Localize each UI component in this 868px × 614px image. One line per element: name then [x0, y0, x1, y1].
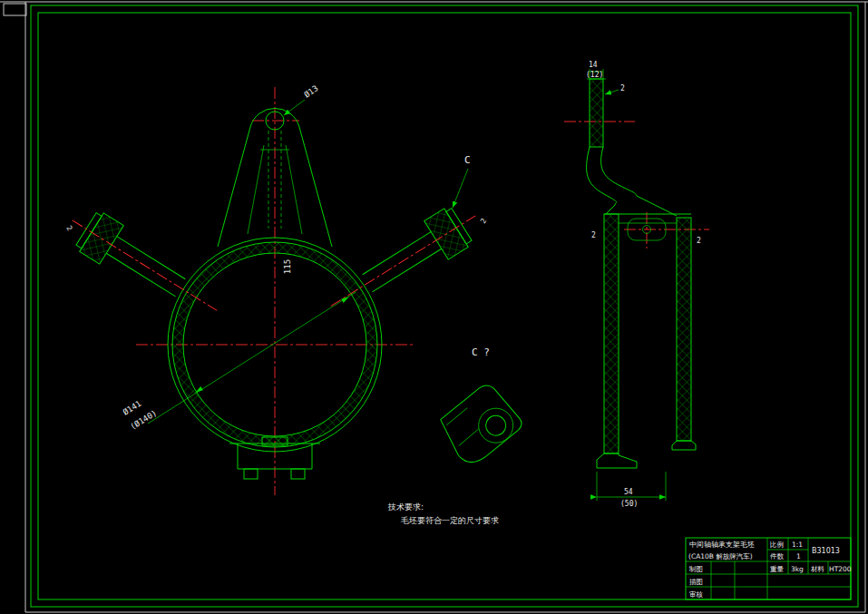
dim-left-boss-label: 2 [64, 224, 73, 232]
dim-top-width: 14 [589, 61, 598, 69]
viewport-indicator [4, 4, 26, 15]
side-lug-strip [590, 79, 603, 147]
cad-drawing: Ø13 C 115 Ø141 (Ø140) 2 2 14 (12) 2 [0, 0, 868, 614]
dim-bottom-width: 54 [624, 488, 633, 496]
weight-label: 重量 [770, 565, 785, 573]
dim-height-label: 115 [283, 259, 292, 274]
detail-c-label: C ? [472, 346, 490, 358]
dim-left-wall: 2 [591, 231, 596, 239]
front-view: Ø13 C 115 Ø141 (Ø140) 2 2 [61, 83, 489, 495]
qty-value: 1 [796, 552, 801, 560]
dim-top-thickness: 2 [620, 84, 625, 93]
material-value: HT200 [829, 565, 852, 573]
title-block: 中间轴轴承支架毛坯 (CA10B 解放牌汽车) 比例 1:1 件数 1 B310… [686, 538, 852, 599]
scale-label: 比例 [770, 541, 784, 549]
dim-bottom-width-alt: (50) [620, 500, 638, 508]
dim-hole-label: Ø13 [302, 83, 319, 100]
dim-bore-label: Ø141 [122, 399, 143, 417]
qty-label: 件数 [770, 552, 785, 560]
technical-notes: 技术要求: 毛坯要符合一定的尺寸要求 [387, 502, 499, 525]
cad-canvas[interactable]: Ø13 C 115 Ø141 (Ø140) 2 2 14 (12) 2 [0, 0, 868, 614]
side-view: 14 (12) 2 2 2 54 (50) [564, 61, 709, 508]
dim-right-boss-label: 2 [479, 217, 488, 225]
material-label: 材料 [811, 565, 825, 573]
row-draft: 制图 [688, 565, 703, 573]
left-wall-section [604, 214, 619, 453]
dim-right-wall: 2 [697, 237, 701, 245]
row-check: 审核 [689, 590, 704, 599]
detail-c-view: C ? [434, 346, 529, 468]
scale-value: 1:1 [792, 541, 803, 549]
notes-line1: 毛坯要符合一定的尺寸要求 [400, 516, 499, 525]
section-c-label: C [464, 154, 471, 166]
dim-top-width-alt: (12) [586, 71, 603, 79]
weight-value: 3kg [791, 565, 804, 573]
drawing-number: B31013 [812, 547, 840, 555]
right-arm [319, 197, 488, 326]
notes-title: 技术要求: [387, 502, 424, 512]
row-trace: 描图 [689, 578, 703, 586]
detail-hole [483, 413, 509, 438]
right-wall-section [677, 218, 691, 441]
left-arm [61, 201, 229, 330]
front-dimensions: Ø13 C 115 Ø141 (Ø140) 2 2 [64, 83, 488, 432]
part-name: 中间轴轴承支架毛坯 [689, 541, 755, 549]
part-model: (CA10B 解放牌汽车) [688, 552, 753, 560]
